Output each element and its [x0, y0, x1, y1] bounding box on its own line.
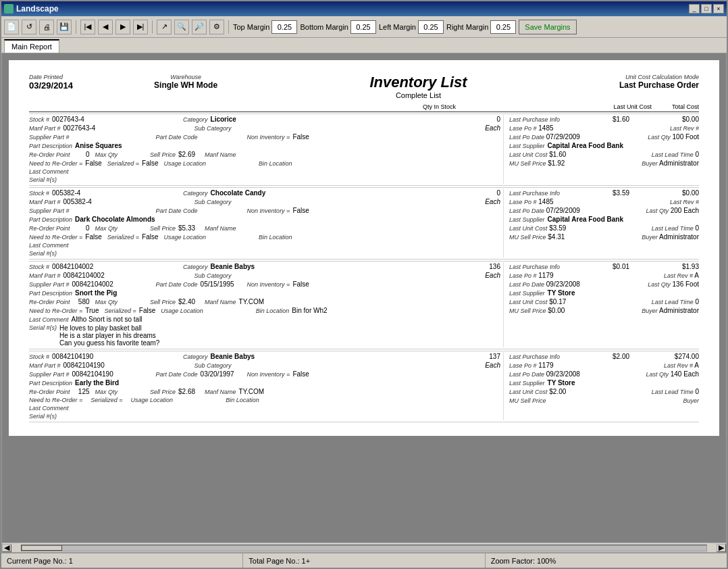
- bottom-margin-group: Bottom Margin: [300, 20, 376, 34]
- lpi-unit-cost: $2.00: [592, 353, 629, 360]
- date-printed-label: Date Printed: [29, 74, 73, 80]
- export-button[interactable]: ↗: [157, 20, 172, 34]
- window-title: Landscape: [16, 4, 59, 14]
- prev-page-button[interactable]: ◀: [98, 20, 113, 34]
- report-title: Inventory List: [217, 74, 619, 91]
- stock-value: 00842104190: [52, 353, 113, 360]
- item-row-8: Serial #(s): [29, 176, 699, 184]
- item-block-1: Stock # 005382-4 Category Chocolate Cand…: [29, 186, 699, 259]
- qty-value: 137: [489, 353, 503, 360]
- total-cost-header: Total Cost: [652, 103, 699, 110]
- scroll-thumb[interactable]: [22, 545, 62, 551]
- inventory-items: Stock # 0027643-4 Category Licorice 0 La…: [29, 112, 699, 422]
- close-button[interactable]: ×: [713, 4, 724, 14]
- item-row-2: Manf Part # 00842104190 Sub Category Eac…: [29, 361, 699, 370]
- scroll-left-button[interactable]: ◀: [2, 544, 11, 552]
- item-row-3: Supplier Part # Part Date Code Non Inven…: [29, 132, 699, 141]
- stock-value: 0027643-4: [52, 116, 113, 123]
- item-row-3: Supplier Part # 00842104190 Part Date Co…: [29, 370, 699, 378]
- item-row-7: Last Comment Altho Snort is not so tall: [29, 315, 699, 324]
- main-report-tab[interactable]: Main Report: [4, 39, 59, 53]
- minimize-button[interactable]: _: [689, 4, 700, 14]
- qty-value: 136: [489, 263, 503, 270]
- search-button[interactable]: 🔍: [174, 20, 189, 34]
- settings-button[interactable]: ⚙: [209, 20, 224, 34]
- lpi-total-cost: $0.00: [662, 116, 699, 123]
- lpi-title: Last Purchase Info: [509, 116, 560, 123]
- item-row-7: Last Comment: [29, 404, 699, 412]
- item-row-2: Manf Part # 00842104002 Sub Category Eac…: [29, 271, 699, 280]
- item-row-1: Stock # 0027643-4 Category Licorice 0 La…: [29, 114, 699, 124]
- date-printed-value: 03/29/2014: [29, 80, 73, 91]
- total-page-panel: Total Page No.: 1+: [243, 553, 485, 568]
- content-area: Date Printed 03/29/2014 Warehouse Single…: [1, 53, 727, 553]
- scroll-track[interactable]: [21, 545, 707, 551]
- save-margins-button[interactable]: Save Margins: [519, 20, 576, 34]
- category-label: Category: [183, 190, 208, 197]
- right-margin-input[interactable]: [490, 20, 516, 34]
- lpi-unit-cost: $3.59: [592, 189, 629, 197]
- bottom-margin-input[interactable]: [350, 20, 376, 34]
- item-row-3: Supplier Part # Part Date Code Non Inven…: [29, 206, 699, 215]
- left-margin-input[interactable]: [418, 20, 444, 34]
- last-unit-cost-header: Last Unit Cost: [591, 103, 652, 110]
- qty-value: 0: [496, 189, 503, 197]
- stock-label: Stock #: [29, 116, 49, 123]
- sep3: [228, 20, 229, 34]
- item-row-3: Supplier Part # 00842104002 Part Date Co…: [29, 280, 699, 289]
- total-page-label: Total Page No.: 1+: [249, 557, 310, 565]
- print-button[interactable]: 🖨: [39, 20, 54, 34]
- item-row-1: Stock # 00842104190 Category Beanie Baby…: [29, 351, 699, 361]
- item-row-6: Need to Re-Order = False Serialized = Fa…: [29, 232, 699, 241]
- report-meta-left: Date Printed 03/29/2014: [29, 74, 73, 91]
- item-row-8: Serial #(s): [29, 412, 699, 420]
- right-margin-label: Right Margin: [446, 23, 488, 31]
- left-margin-label: Left Margin: [379, 23, 416, 31]
- qty-header: Qty In Stock: [415, 103, 456, 110]
- next-page-button[interactable]: ▶: [115, 20, 130, 34]
- stock-label: Stock #: [29, 190, 49, 197]
- category-value: Beanie Babys: [211, 263, 255, 270]
- title-bar: Landscape _ □ ×: [1, 1, 727, 16]
- stock-value: 005382-4: [52, 189, 113, 197]
- item-row-5: Re-Order Point 0 Max Qty Sell Price $2.6…: [29, 150, 699, 159]
- current-page-panel: Current Page No.: 1: [1, 553, 243, 568]
- top-margin-label: Top Margin: [233, 23, 269, 31]
- item-row-4: Part Description Snort the Pig Last Supp…: [29, 289, 699, 297]
- scroll-right-button[interactable]: ▶: [717, 544, 726, 552]
- item-row-7: Last Comment: [29, 241, 699, 249]
- zoom-panel: Zoom Factor: 100%: [486, 553, 727, 568]
- lpi-total-cost: $1.93: [662, 263, 699, 270]
- category-label: Category: [183, 264, 208, 270]
- stock-label: Stock #: [29, 353, 49, 360]
- category-value: Chocolate Candy: [211, 189, 266, 197]
- zoom-button[interactable]: 🔎: [192, 20, 207, 34]
- first-page-button[interactable]: |◀: [80, 20, 95, 34]
- maximize-button[interactable]: □: [701, 4, 712, 14]
- tab-bar: Main Report: [1, 38, 727, 53]
- save-button[interactable]: 💾: [57, 20, 72, 34]
- top-margin-input[interactable]: [271, 20, 297, 34]
- unit-cost-label: Unit Cost Calculation Mode: [619, 74, 699, 80]
- category-value: Beanie Babys: [211, 353, 255, 360]
- lpi-title: Last Purchase Info: [509, 264, 560, 270]
- item-block-3: Stock # 00842104190 Category Beanie Baby…: [29, 349, 699, 422]
- left-margin-group: Left Margin: [379, 20, 444, 34]
- item-row-5: Re-Order Point 0 Max Qty Sell Price $5.3…: [29, 224, 699, 232]
- item-row-4: Part Description Anise Squares Last Supp…: [29, 141, 699, 150]
- refresh-button[interactable]: ↺: [22, 20, 36, 34]
- item-row-6: Need to Re-Order = Serialized = Usage Lo…: [29, 396, 699, 404]
- report-scroll[interactable]: Date Printed 03/29/2014 Warehouse Single…: [2, 53, 726, 543]
- sep1: [76, 20, 76, 34]
- item-row-1: Stock # 005382-4 Category Chocolate Cand…: [29, 187, 699, 197]
- last-page-button[interactable]: ▶|: [133, 20, 148, 34]
- sep2: [152, 20, 153, 34]
- horizontal-scrollbar[interactable]: ◀ ▶: [2, 543, 726, 552]
- item-row-1: Stock # 00842104002 Category Beanie Baby…: [29, 261, 699, 271]
- new-button[interactable]: 📄: [4, 20, 19, 34]
- item-row-5: Re-Order Point 125 Max Qty Sell Price $2…: [29, 387, 699, 396]
- item-block-0: Stock # 0027643-4 Category Licorice 0 La…: [29, 112, 699, 186]
- item-block-2: Stock # 00842104002 Category Beanie Baby…: [29, 259, 699, 349]
- item-row-4: Part Description Early the Bird Last Sup…: [29, 378, 699, 387]
- lpi-total-cost: $0.00: [662, 189, 699, 197]
